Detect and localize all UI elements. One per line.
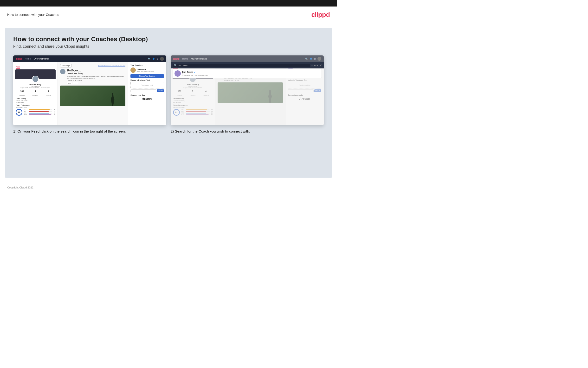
screenshot-frame-2: clippd Home My Performance 🔍 👤 ⚙ Feed bbox=[171, 55, 324, 125]
post-name-1: Blair McHarg bbox=[67, 69, 125, 71]
connect-title-1: Connect your data bbox=[131, 94, 164, 96]
control-link-1[interactable]: Control who can see your activity and da… bbox=[98, 65, 125, 66]
main-subheading: Find, connect and share your Clippd insi… bbox=[13, 44, 324, 49]
nav-icons-2: 🔍 👤 ⚙ bbox=[305, 57, 321, 61]
app-logo-2: clippd bbox=[173, 58, 179, 60]
player-perf-2: Player Performance Total Player Quality … bbox=[173, 104, 212, 116]
total-quality-label: Total Player Quality bbox=[16, 107, 55, 108]
page-title: How to connect with your Coaches bbox=[7, 13, 59, 17]
post-body-1: Looking to feel like my hands are exitin… bbox=[67, 75, 125, 79]
player-perf-1: Player Performance Total Player Quality … bbox=[16, 104, 55, 116]
app-nav-2: clippd Home My Performance 🔍 👤 ⚙ bbox=[171, 55, 324, 62]
step-2-desc: 2) Search for the Coach you wish to conn… bbox=[171, 129, 324, 134]
bar-putt: PUTT 96 bbox=[24, 114, 55, 115]
left-panel-1: Feed Blair McHarg Plus Handicap Royal No… bbox=[13, 62, 58, 125]
app-body-1: Feed Blair McHarg Plus Handicap Royal No… bbox=[13, 62, 166, 125]
result-avatar bbox=[175, 70, 181, 77]
trackman-input-row-1: Add Link bbox=[131, 89, 164, 92]
user-icon-2[interactable]: 👤 bbox=[309, 58, 312, 60]
right-panel-1: Your Coaches David Ford Royal North Devo… bbox=[128, 62, 166, 125]
header-divider bbox=[7, 23, 330, 23]
screenshot-block-1: clippd Home My Performance 🔍 👤 ⚙ Feed bbox=[13, 55, 166, 134]
post-image-2 bbox=[218, 83, 283, 103]
nav-icons-1: 🔍 👤 ⚙ bbox=[148, 57, 164, 61]
bar-arg: ARG 86 bbox=[24, 112, 55, 114]
manage-coaches-btn-1[interactable]: Manage Your Coaches bbox=[131, 74, 164, 78]
user-icon-1[interactable]: 👤 bbox=[152, 58, 155, 60]
feed-tab-1[interactable]: Feed bbox=[16, 66, 20, 69]
coach-info-1: David Ford Royal North Devon Golf Club bbox=[137, 68, 154, 72]
search-result-item[interactable]: Dan Davies ✔ Pro Sunningdale Golf Club, … bbox=[173, 69, 322, 78]
perf-title-1: Player Performance bbox=[16, 104, 55, 106]
profile-hero-1 bbox=[15, 69, 56, 79]
trackman-box-1: Trackman Link bbox=[131, 82, 164, 88]
bar-ott: OTT 90 bbox=[24, 109, 55, 110]
arccos-logo-1: Arccos bbox=[131, 97, 164, 101]
post-actions-1: OTT APP bbox=[67, 82, 125, 84]
profile-club-2: Royal North Devon Golf Club bbox=[173, 87, 212, 88]
avatar-1[interactable] bbox=[160, 57, 164, 61]
search-icon-2[interactable]: 🔍 bbox=[305, 58, 308, 60]
score-bars-1: OTT 90 APP 85 bbox=[24, 109, 55, 116]
search-icon-1[interactable]: 🔍 bbox=[148, 58, 151, 60]
verified-icon: ✔ bbox=[194, 71, 196, 73]
avatar-2[interactable] bbox=[317, 57, 321, 61]
coach-avatar-1 bbox=[131, 67, 136, 73]
post-avatar-1 bbox=[60, 69, 65, 74]
trackman-link-text-1: Trackman Link bbox=[133, 84, 162, 86]
latest-activity-label: Latest Activity bbox=[16, 98, 55, 100]
profile-name-1: Blair McHarg bbox=[16, 83, 55, 86]
following-stat: 4 Following bbox=[46, 90, 51, 97]
search-input-area[interactable]: 🔍 Dan Davies bbox=[173, 64, 310, 67]
search-bar: 🔍 Dan Davies CLEAR ✕ bbox=[171, 62, 324, 68]
nav-performance-1[interactable]: My Performance bbox=[34, 58, 49, 60]
post-image-1 bbox=[60, 86, 125, 106]
profile-club-1: Royal North Devon Golf Club, United King… bbox=[16, 87, 55, 88]
result-club: Sunningdale Golf Club, United Kingdom bbox=[182, 75, 208, 76]
tag-off[interactable]: OTT bbox=[67, 82, 72, 84]
screenshot-block-2: clippd Home My Performance 🔍 👤 ⚙ Feed bbox=[171, 55, 324, 134]
result-info: Dan Davies ✔ Pro Sunningdale Golf Club, … bbox=[182, 71, 208, 76]
post-title-1: Lesson with Fordy bbox=[67, 73, 125, 75]
clear-button[interactable]: CLEAR bbox=[311, 64, 318, 66]
footer: Copyright Clippd 2022 bbox=[0, 183, 337, 193]
coaches-title-1: Your Coaches bbox=[131, 64, 164, 66]
search-query-text: Dan Davies bbox=[178, 64, 187, 66]
nav-home-2[interactable]: Home bbox=[182, 58, 188, 60]
coach-item-1: David Ford Royal North Devon Golf Club bbox=[131, 67, 164, 73]
profile-stats-2: 131 Activities 3 Followers 4 Following bbox=[173, 90, 212, 97]
nav-performance-2[interactable]: My Performance bbox=[191, 58, 207, 60]
latest-activity-1: Latest Activity Lesson with Fordy 03 Aug… bbox=[16, 98, 55, 103]
main-heading: How to connect with your Coaches (Deskto… bbox=[13, 36, 324, 43]
golfer-silhouette-2 bbox=[267, 90, 273, 103]
trackman-input-1[interactable] bbox=[131, 89, 156, 92]
app-nav-1: clippd Home My Performance 🔍 👤 ⚙ bbox=[13, 55, 166, 62]
app-logo-1: clippd bbox=[16, 58, 22, 60]
clippd-logo: clippd bbox=[311, 11, 330, 18]
golfer-silhouette-1 bbox=[110, 93, 115, 106]
settings-icon-2[interactable]: ⚙ bbox=[314, 58, 316, 60]
upload-section-1: Upload a Trackman Test Trackman Link Add… bbox=[131, 79, 164, 92]
screenshot-frame-1: clippd Home My Performance 🔍 👤 ⚙ Feed bbox=[13, 55, 166, 125]
upload-title-1: Upload a Trackman Test bbox=[131, 79, 164, 81]
search-icon-overlay: 🔍 bbox=[174, 64, 177, 66]
post-duration-1: Duration 01 hr : 30 min bbox=[67, 80, 125, 81]
add-link-btn-1[interactable]: Add Link bbox=[157, 89, 164, 92]
settings-icon-1[interactable]: ⚙ bbox=[157, 58, 159, 60]
profile-info-1: Blair McHarg Plus Handicap Royal North D… bbox=[16, 83, 55, 88]
following-button-1[interactable]: Following ▾ bbox=[60, 64, 72, 67]
result-name: Dan Davies bbox=[182, 71, 193, 73]
connect-section-1: Connect your data Arccos bbox=[131, 94, 164, 101]
profile-info-2: Blair McHarg Plus Handicap Royal North D… bbox=[173, 83, 212, 88]
following-row-1: Following ▾ Control who can see your act… bbox=[60, 64, 125, 67]
nav-home-1[interactable]: Home bbox=[25, 58, 31, 60]
profile-name-2: Blair McHarg bbox=[173, 83, 212, 86]
step-1-desc: 1) On your Feed, click on the search ico… bbox=[13, 129, 166, 134]
tag-app[interactable]: APP bbox=[73, 82, 78, 84]
followers-stat: 3 Followers bbox=[32, 90, 38, 97]
close-search-button[interactable]: ✕ bbox=[319, 64, 322, 67]
latest-activity-date: 03 Aug 2022 bbox=[16, 101, 55, 103]
profile-pic-1 bbox=[32, 76, 39, 83]
search-overlay: 🔍 Dan Davies CLEAR ✕ Dan Davies ✔ bbox=[171, 62, 324, 79]
score-container-1: 92 OTT 90 APP bbox=[16, 109, 55, 116]
